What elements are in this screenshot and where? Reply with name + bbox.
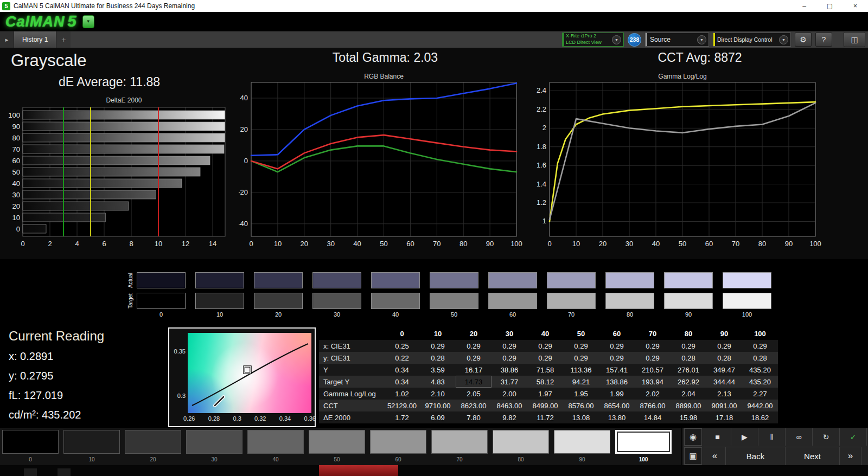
level-swatch-90[interactable] bbox=[554, 430, 610, 454]
taskbar-item[interactable] bbox=[319, 465, 398, 476]
table-cell[interactable]: 0.29 bbox=[563, 340, 599, 352]
continuous-read-button[interactable]: ∞ bbox=[786, 428, 813, 446]
display-view-button[interactable]: ▣ bbox=[684, 447, 702, 465]
table-cell[interactable]: 0.29 bbox=[527, 352, 563, 364]
table-cell[interactable]: 0.25 bbox=[384, 340, 420, 352]
table-cell[interactable]: 52129.00 bbox=[384, 400, 420, 411]
table-cell[interactable]: 0.29 bbox=[527, 340, 563, 352]
table-cell[interactable]: 6.09 bbox=[420, 411, 456, 423]
table-cell[interactable]: 2.00 bbox=[492, 388, 527, 400]
table-cell[interactable]: 210.57 bbox=[635, 364, 671, 376]
table-cell[interactable]: 71.58 bbox=[527, 364, 563, 376]
display-control-dropdown[interactable]: Direct Display Control ▼ bbox=[713, 33, 791, 47]
table-cell[interactable]: 0.29 bbox=[742, 340, 778, 352]
back-button[interactable]: Back bbox=[726, 447, 786, 465]
table-cell[interactable]: 0.29 bbox=[492, 340, 527, 352]
taskbar-item[interactable] bbox=[58, 468, 71, 476]
table-cell[interactable]: 0.29 bbox=[635, 352, 671, 364]
table-cell[interactable]: 38.86 bbox=[492, 364, 527, 376]
level-swatch-100[interactable] bbox=[615, 430, 672, 454]
chevron-down-icon[interactable]: ▼ bbox=[612, 35, 621, 44]
table-cell[interactable]: 58.12 bbox=[527, 376, 563, 388]
table-cell[interactable]: 8654.00 bbox=[599, 400, 635, 411]
level-swatch-20[interactable] bbox=[125, 430, 181, 454]
table-cell[interactable]: 1.97 bbox=[527, 388, 563, 400]
table-cell[interactable]: 0.29 bbox=[671, 340, 706, 352]
table-cell[interactable]: 193.94 bbox=[635, 376, 671, 388]
table-cell[interactable]: 13.08 bbox=[563, 411, 599, 423]
table-cell[interactable]: 9091.00 bbox=[706, 400, 742, 411]
level-swatch-10[interactable] bbox=[63, 430, 120, 454]
table-cell[interactable]: 8623.00 bbox=[456, 400, 492, 411]
table-cell[interactable]: 8899.00 bbox=[671, 400, 706, 411]
table-cell[interactable]: 0.29 bbox=[706, 340, 742, 352]
table-cell[interactable]: 2.10 bbox=[420, 388, 456, 400]
level-swatch-80[interactable] bbox=[493, 430, 549, 454]
table-cell[interactable]: 2.05 bbox=[456, 388, 492, 400]
back-chevron-button[interactable]: « bbox=[704, 447, 726, 465]
table-cell[interactable]: 0.29 bbox=[635, 340, 671, 352]
table-cell[interactable]: 262.92 bbox=[671, 376, 706, 388]
chevron-down-icon[interactable]: ▼ bbox=[697, 35, 706, 44]
level-swatch-60[interactable] bbox=[370, 430, 426, 454]
table-cell[interactable]: 0.29 bbox=[420, 340, 456, 352]
loop-button[interactable]: ↻ bbox=[813, 428, 840, 446]
table-cell[interactable]: 3.59 bbox=[420, 364, 456, 376]
table-cell[interactable]: 4.83 bbox=[420, 376, 456, 388]
table-cell[interactable]: 94.21 bbox=[563, 376, 599, 388]
table-cell[interactable]: 0.29 bbox=[492, 352, 527, 364]
table-cell[interactable]: 9.82 bbox=[492, 411, 527, 423]
table-cell[interactable]: 0.22 bbox=[384, 352, 420, 364]
close-button[interactable]: × bbox=[843, 0, 868, 12]
table-cell[interactable]: 0.29 bbox=[599, 340, 635, 352]
table-cell[interactable]: 0.28 bbox=[706, 352, 742, 364]
level-swatch-30[interactable] bbox=[186, 430, 242, 454]
table-cell[interactable]: 7.80 bbox=[456, 411, 492, 423]
workspace-panel-button[interactable]: ◫ bbox=[844, 32, 865, 47]
table-cell[interactable]: 2.27 bbox=[742, 388, 778, 400]
table-cell[interactable]: 9442.00 bbox=[742, 400, 778, 411]
table-cell[interactable]: 17.18 bbox=[706, 411, 742, 423]
table-cell[interactable]: 0.29 bbox=[563, 352, 599, 364]
table-cell[interactable]: 8499.00 bbox=[527, 400, 563, 411]
table-cell[interactable]: 1.02 bbox=[384, 388, 420, 400]
level-swatch-50[interactable] bbox=[309, 430, 365, 454]
table-cell[interactable]: 9710.00 bbox=[420, 400, 456, 411]
table-cell[interactable]: 435.20 bbox=[742, 376, 778, 388]
logo-dropdown-button[interactable]: ▼ bbox=[82, 15, 94, 28]
table-cell[interactable]: 276.01 bbox=[671, 364, 706, 376]
chevron-down-icon[interactable]: ▼ bbox=[779, 35, 788, 44]
meter-dropdown[interactable]: X-Rite i1Pro 2 LCD Direct View ▼ bbox=[562, 33, 624, 47]
minimize-button[interactable]: – bbox=[792, 0, 817, 12]
level-swatch-40[interactable] bbox=[247, 430, 304, 454]
pause-button[interactable]: ‖ bbox=[758, 428, 786, 446]
stop-button[interactable]: ■ bbox=[704, 428, 731, 446]
taskbar-item[interactable] bbox=[24, 468, 37, 476]
table-cell[interactable]: 1.72 bbox=[384, 411, 420, 423]
table-cell[interactable]: 0.29 bbox=[456, 340, 492, 352]
next-button[interactable]: Next bbox=[786, 447, 840, 465]
level-swatch-70[interactable] bbox=[431, 430, 488, 454]
table-cell[interactable]: 8766.00 bbox=[635, 400, 671, 411]
table-cell[interactable]: 2.04 bbox=[671, 388, 706, 400]
table-cell[interactable]: 2.13 bbox=[706, 388, 742, 400]
selected-table-cell[interactable]: 14.73 bbox=[456, 376, 492, 388]
table-cell[interactable]: 8463.00 bbox=[492, 400, 527, 411]
table-cell[interactable]: 0.34 bbox=[384, 376, 420, 388]
tab-history-1[interactable]: History 1 bbox=[14, 31, 56, 48]
accept-button[interactable]: ✓ bbox=[840, 428, 867, 446]
next-chevron-button[interactable]: » bbox=[840, 447, 861, 465]
source-dropdown[interactable]: Source ▼ bbox=[645, 33, 709, 47]
table-cell[interactable]: 344.44 bbox=[706, 376, 742, 388]
table-cell[interactable]: 18.62 bbox=[742, 411, 778, 423]
help-button[interactable]: ? bbox=[815, 33, 832, 47]
table-cell[interactable]: 0.29 bbox=[456, 352, 492, 364]
table-cell[interactable]: 2.02 bbox=[635, 388, 671, 400]
table-cell[interactable]: 113.36 bbox=[563, 364, 599, 376]
table-cell[interactable]: 1.99 bbox=[599, 388, 635, 400]
table-cell[interactable]: 0.34 bbox=[384, 364, 420, 376]
table-cell[interactable]: 0.28 bbox=[742, 352, 778, 364]
table-cell[interactable]: 13.80 bbox=[599, 411, 635, 423]
play-button[interactable]: ▶ bbox=[731, 428, 758, 446]
table-cell[interactable]: 31.77 bbox=[492, 376, 527, 388]
